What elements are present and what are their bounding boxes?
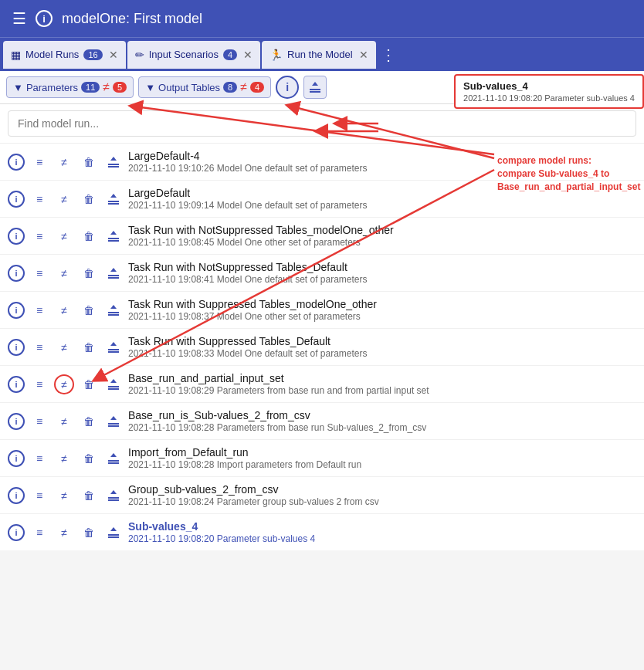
svg-rect-10 — [108, 203, 119, 205]
not-equal-icon-tables: ≠ — [240, 80, 247, 94]
delete-run-icon[interactable]: 🗑 — [79, 226, 99, 246]
run-name[interactable]: Task Run with NotSuppressed Tables_Defau… — [128, 261, 636, 273]
run-name[interactable]: Task Run with NotSuppressed Tables_model… — [128, 224, 636, 236]
compare-run-icon[interactable]: ≠ — [54, 189, 74, 209]
run-name[interactable]: Import_from_Default_run — [128, 446, 636, 459]
output-tables-count: 8 — [223, 82, 237, 93]
parameters-button[interactable]: ▼ Parameters 11 ≠ 5 — [6, 76, 134, 98]
info-icon[interactable]: i — [36, 10, 53, 27]
svg-rect-0 — [310, 89, 320, 90]
delete-run-icon[interactable]: 🗑 — [79, 486, 99, 506]
svg-rect-7 — [108, 166, 119, 168]
run-meta: 2021-11-10 19:08:37 Model One other set … — [128, 311, 636, 322]
compare-run-icon[interactable]: ≠ — [54, 337, 74, 357]
export-run-icon[interactable] — [103, 189, 124, 209]
svg-marker-14 — [110, 231, 117, 235]
svg-rect-28 — [108, 425, 119, 427]
info-run-icon[interactable]: i — [8, 302, 25, 319]
tab-run-the-model[interactable]: 🏃 Run the Model ✕ — [262, 41, 376, 69]
parameters-run-icon[interactable]: ≡ — [29, 448, 49, 469]
svg-rect-1 — [310, 91, 320, 93]
export-run-icon[interactable] — [103, 226, 124, 246]
delete-run-icon[interactable]: 🗑 — [79, 152, 99, 172]
tab-input-scenarios-close[interactable]: ✕ — [243, 49, 253, 61]
run-name[interactable]: Task Run with Suppressed Tables_modelOne… — [128, 298, 636, 310]
parameters-run-icon[interactable]: ≡ — [29, 263, 49, 283]
tabs-more-button[interactable]: ⋮ — [381, 46, 396, 64]
export-run-icon[interactable] — [103, 300, 124, 320]
parameters-run-icon[interactable]: ≡ — [29, 523, 49, 543]
export-run-icon[interactable] — [103, 374, 124, 394]
delete-run-icon[interactable]: 🗑 — [79, 189, 99, 209]
run-name[interactable]: Sub-values_4 — [128, 520, 636, 533]
compare-run-icon[interactable]: ≠ — [54, 448, 74, 469]
tab-run-the-model-close[interactable]: ✕ — [359, 49, 368, 61]
parameters-run-icon[interactable]: ≡ — [29, 411, 49, 431]
parameters-run-icon[interactable]: ≡ — [29, 486, 49, 506]
tab-run-the-model-label: Run the Model — [287, 49, 353, 60]
parameters-run-icon[interactable]: ≡ — [29, 337, 49, 357]
info-run-icon[interactable]: i — [8, 413, 25, 430]
delete-run-icon[interactable]: 🗑 — [79, 337, 99, 357]
parameters-run-icon[interactable]: ≡ — [29, 152, 49, 172]
info-run-icon[interactable]: i — [8, 154, 25, 171]
svg-rect-30 — [108, 460, 119, 462]
info-run-icon[interactable]: i — [8, 228, 25, 245]
run-name[interactable]: Base_run_is_Sub-values_2_from_csv — [128, 409, 636, 421]
run-name[interactable]: Group_sub-values_2_from_csv — [128, 483, 636, 496]
parameters-run-icon[interactable]: ≡ — [29, 374, 49, 394]
delete-run-icon[interactable]: 🗑 — [79, 411, 99, 431]
export-run-icon[interactable] — [103, 152, 124, 172]
info-run-icon[interactable]: i — [8, 265, 25, 282]
model-runs-icon: ▦ — [11, 49, 21, 61]
export-run-icon[interactable] — [103, 411, 124, 431]
compare-run-icon[interactable]: ≠ — [54, 486, 74, 506]
info-run-icon[interactable]: i — [8, 487, 25, 504]
compare-run-icon[interactable]: ≠ — [54, 374, 74, 394]
info-run-icon[interactable]: i — [8, 524, 25, 541]
compare-run-icon[interactable]: ≠ — [54, 226, 74, 246]
tabs-bar: ▦ Model Runs 16 ✕ ✏ Input Scenarios 4 ✕ … — [0, 37, 644, 71]
compare-run-icon[interactable]: ≠ — [54, 411, 74, 431]
output-tables-button[interactable]: ▼ Output Tables 8 ≠ 4 — [138, 76, 271, 98]
info-run-icon[interactable]: i — [8, 450, 25, 467]
delete-run-icon[interactable]: 🗑 — [79, 523, 99, 543]
parameters-run-icon[interactable]: ≡ — [29, 300, 49, 320]
svg-rect-19 — [108, 314, 119, 316]
delete-run-icon[interactable]: 🗑 — [79, 448, 99, 469]
delete-run-icon[interactable]: 🗑 — [79, 300, 99, 320]
search-input[interactable] — [8, 110, 636, 137]
export-run-icon[interactable] — [103, 523, 124, 543]
menu-icon[interactable]: ☰ — [12, 9, 26, 28]
compare-run-icon[interactable]: ≠ — [54, 263, 74, 283]
svg-rect-13 — [108, 240, 119, 242]
list-item: i ≡ ≠ 🗑 Sub-values_4 2021-11-10 19:08:20… — [0, 514, 644, 550]
export-run-icon[interactable] — [103, 263, 124, 283]
parameters-run-icon[interactable]: ≡ — [29, 189, 49, 209]
svg-marker-20 — [110, 305, 117, 309]
export-run-icon[interactable] — [103, 337, 124, 357]
run-content: Sub-values_4 2021-11-10 19:08:20 Paramet… — [128, 520, 636, 544]
info-button[interactable]: i — [276, 76, 299, 99]
delete-run-icon[interactable]: 🗑 — [79, 263, 99, 283]
export-run-icon[interactable] — [103, 448, 124, 469]
run-content: LargeDefault 2021-11-10 19:09:14 Model O… — [128, 187, 636, 211]
info-run-icon[interactable]: i — [8, 339, 25, 356]
compare-run-icon[interactable]: ≠ — [54, 152, 74, 172]
run-name[interactable]: LargeDefault-4 — [128, 150, 636, 162]
info-run-icon[interactable]: i — [8, 191, 25, 208]
run-name[interactable]: LargeDefault — [128, 187, 636, 199]
delete-run-icon[interactable]: 🗑 — [79, 374, 99, 394]
export-run-icon[interactable] — [103, 486, 124, 506]
tab-model-runs[interactable]: ▦ Model Runs 16 ✕ — [3, 41, 126, 69]
parameters-run-icon[interactable]: ≡ — [29, 226, 49, 246]
tab-input-scenarios[interactable]: ✏ Input Scenarios 4 ✕ — [127, 41, 260, 69]
compare-run-icon[interactable]: ≠ — [54, 523, 74, 543]
tab-model-runs-close[interactable]: ✕ — [109, 49, 118, 61]
run-the-model-icon: 🏃 — [269, 49, 283, 61]
info-run-icon[interactable]: i — [8, 376, 25, 393]
compare-run-icon[interactable]: ≠ — [54, 300, 74, 320]
export-button[interactable] — [303, 76, 327, 99]
run-name[interactable]: Task Run with Suppressed Tables_Default — [128, 335, 636, 347]
run-name[interactable]: Base_run_and_partial_input_set — [128, 372, 636, 384]
